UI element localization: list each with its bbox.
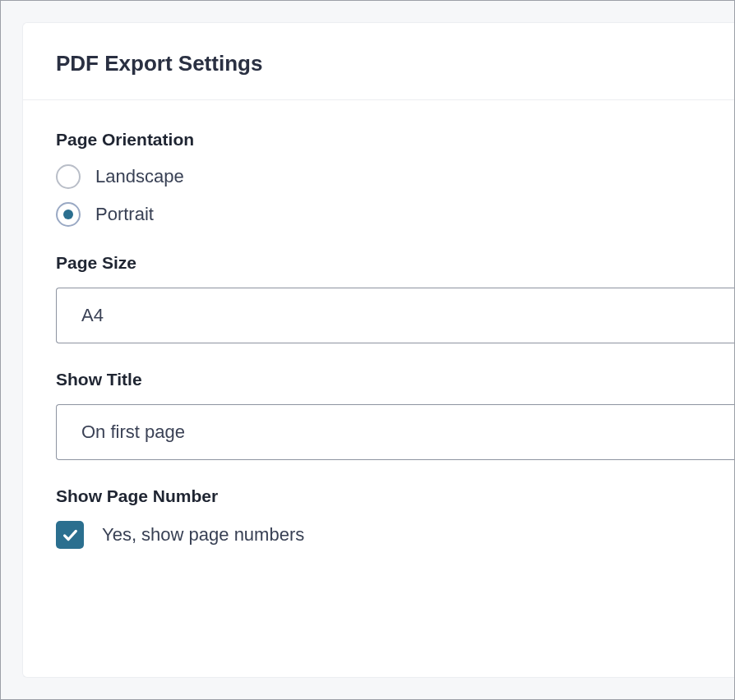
orientation-radio-portrait[interactable]: Portrait xyxy=(56,202,154,227)
panel-title: PDF Export Settings xyxy=(56,51,701,76)
checkbox-checked-icon xyxy=(56,521,84,549)
radio-dot-icon xyxy=(63,210,73,219)
card-header: PDF Export Settings xyxy=(23,23,734,100)
orientation-portrait-label: Portrait xyxy=(95,204,154,225)
show-page-number-label: Show Page Number xyxy=(56,486,734,506)
orientation-label: Page Orientation xyxy=(56,130,734,150)
radio-icon xyxy=(56,164,81,189)
radio-icon-selected xyxy=(56,202,81,227)
page-background: PDF Export Settings Page Orientation Lan… xyxy=(0,0,735,700)
show-page-number-group: Show Page Number Yes, show page numbers xyxy=(56,486,734,549)
show-title-label: Show Title xyxy=(56,370,734,389)
page-size-value: A4 xyxy=(81,305,104,325)
settings-card: PDF Export Settings Page Orientation Lan… xyxy=(22,22,734,678)
show-title-group: Show Title On first page xyxy=(56,370,734,460)
page-size-label: Page Size xyxy=(56,253,734,273)
orientation-landscape-label: Landscape xyxy=(95,166,184,187)
show-page-number-checkbox[interactable]: Yes, show page numbers xyxy=(56,521,304,549)
page-size-select[interactable]: A4 xyxy=(56,288,734,343)
orientation-group: Page Orientation Landscape Portrait xyxy=(56,130,734,227)
orientation-radio-landscape[interactable]: Landscape xyxy=(56,164,184,189)
show-page-number-checkbox-label: Yes, show page numbers xyxy=(102,524,304,546)
card-body: Page Orientation Landscape Portrait Page… xyxy=(23,100,734,605)
page-size-group: Page Size A4 xyxy=(56,253,734,343)
show-title-value: On first page xyxy=(81,421,185,442)
show-title-select[interactable]: On first page xyxy=(56,404,734,460)
